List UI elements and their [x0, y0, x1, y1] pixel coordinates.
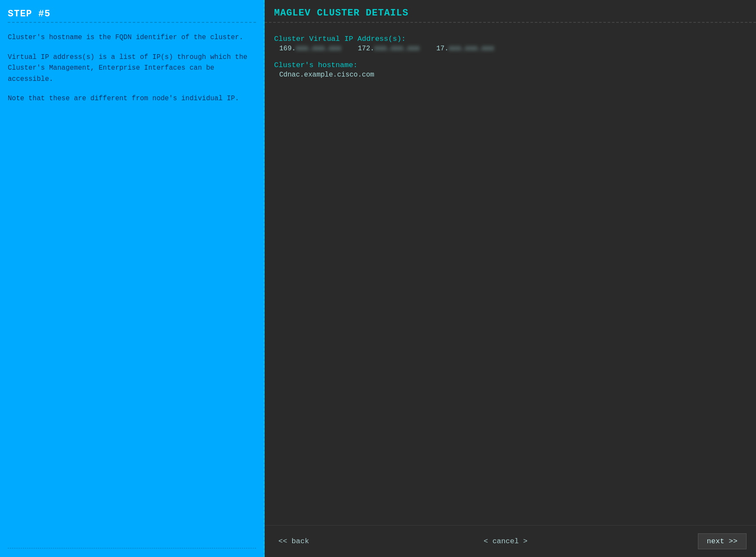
right-title: MAGLEV CLUSTER DETAILS [274, 8, 747, 18]
vip-blurred-1: xxx.xxx.xxx [296, 45, 341, 52]
right-header: MAGLEV CLUSTER DETAILS [265, 0, 756, 23]
description-paragraph-3: Note that these are different from node'… [8, 93, 256, 105]
left-bottom-divider [8, 548, 256, 548]
next-button[interactable]: next >> [698, 533, 747, 549]
description-paragraph-2: Virtual IP address(s) is a list of IP(s)… [8, 52, 256, 85]
vip-label: Cluster Virtual IP Address(s): [274, 35, 747, 43]
left-description: Cluster's hostname is the FQDN identifie… [8, 32, 256, 548]
vip-prefix-1: 169. [279, 45, 296, 52]
vip-blurred-3: xxx.xxx.xxx [449, 45, 494, 52]
right-content: Cluster Virtual IP Address(s): 169.xxx.x… [265, 23, 756, 525]
vip-prefix-2: 172. [358, 45, 374, 52]
step-title: STEP #5 [8, 9, 256, 19]
back-button[interactable]: << back [274, 535, 313, 548]
right-panel: MAGLEV CLUSTER DETAILS Cluster Virtual I… [265, 0, 756, 557]
right-footer: << back < cancel > next >> [265, 525, 756, 557]
left-panel: STEP #5 Cluster's hostname is the FQDN i… [0, 0, 265, 557]
cancel-button[interactable]: < cancel > [479, 535, 532, 548]
description-paragraph-1: Cluster's hostname is the FQDN identifie… [8, 32, 256, 43]
hostname-value: Cdnac.example.cisco.com [279, 71, 747, 79]
vip-value: 169.xxx.xxx.xxx 172.xxx.xxx.xxx 17.xxx.x… [279, 45, 747, 52]
vip-prefix-3: 17. [436, 45, 449, 52]
left-top-divider [8, 22, 256, 23]
vip-blurred-2: xxx.xxx.xxx [374, 45, 420, 52]
hostname-label: Cluster's hostname: [274, 61, 747, 69]
